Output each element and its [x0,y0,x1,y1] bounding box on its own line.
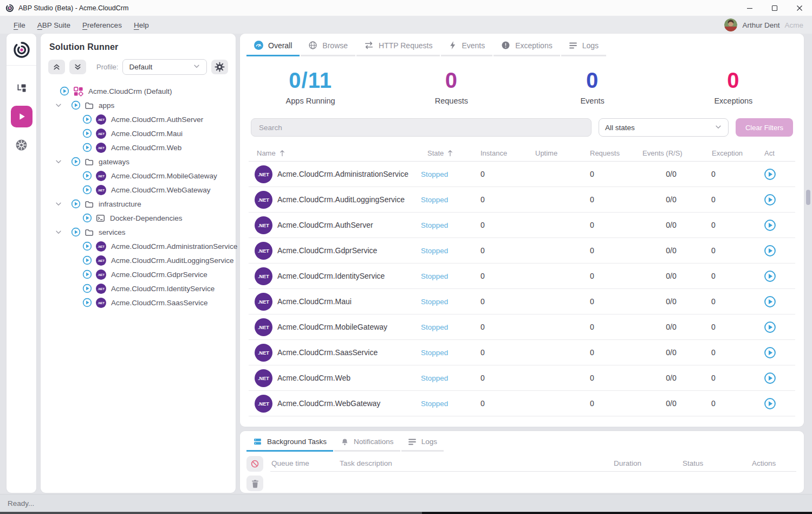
dotnet-badge-icon: .NET [249,369,272,387]
start-app-button[interactable] [764,270,776,282]
expand-all-button[interactable] [69,60,86,74]
start-app-button[interactable] [764,168,776,181]
profile-select[interactable]: Default [122,59,207,75]
tab-browse[interactable]: Browse [301,34,355,56]
cell-requests: 0 [581,272,633,280]
menu-help[interactable]: Help [128,21,155,29]
tree-item-acme-cloudcrm-authserver[interactable]: .NETAcme.CloudCrm.AuthServer [41,112,236,126]
menu-abp-suite[interactable]: ABP Suite [31,21,76,29]
col-act[interactable]: Act [762,149,795,157]
start-app-button[interactable] [764,372,776,384]
tree-item-apps[interactable]: apps [41,98,236,112]
tree-item-acme-cloudcrm-saasservice[interactable]: .NETAcme.CloudCrm.SaasService [41,295,236,310]
app-row-acme-cloudcrm-web[interactable]: .NETAcme.CloudCrm.WebStopped000/00 [249,365,795,391]
start-app-button[interactable] [764,245,776,257]
search-input[interactable] [251,118,592,137]
col-requests[interactable]: Requests [581,149,633,157]
solution-runner-icon[interactable] [11,106,33,127]
maximize-button[interactable] [762,0,787,16]
col-name[interactable]: Name [249,149,414,157]
tree-item-acme-cloudcrm-default[interactable]: Acme.CloudCrm (Default) [41,84,236,98]
scrollbar-thumb[interactable] [806,190,810,205]
tab-http-requests[interactable]: HTTP Requests [356,34,440,56]
col-events-r-s[interactable]: Events (R/S) [633,149,709,157]
tab-logs[interactable]: Logs [401,431,444,452]
tree-item-acme-cloudcrm-web[interactable]: .NETAcme.CloudCrm.Web [41,140,236,155]
start-app-button[interactable] [764,346,776,359]
app-row-acme-cloudcrm-auditloggingservice[interactable]: .NETAcme.CloudCrm.AuditLoggingServiceSto… [249,187,795,213]
tab-notifications[interactable]: Notifications [334,431,400,452]
start-app-button[interactable] [764,194,776,206]
start-app-button[interactable] [764,321,776,333]
tab-background-tasks[interactable]: Background Tasks [246,431,333,452]
app-row-acme-cloudcrm-saasservice[interactable]: .NETAcme.CloudCrm.SaasServiceStopped000/… [249,340,795,365]
col-exception[interactable]: Exception [709,149,762,157]
minimize-button[interactable] [737,0,762,16]
tab-overall[interactable]: Overall [246,34,300,56]
collapse-all-button[interactable] [48,60,65,74]
play-circle-icon[interactable] [71,157,81,166]
play-circle-icon[interactable] [82,241,92,251]
chevron-down-icon[interactable] [55,228,62,236]
start-app-button[interactable] [764,397,776,410]
tree-item-docker-dependencies[interactable]: Docker-Dependencies [41,211,236,225]
solution-explorer-icon[interactable] [11,78,33,99]
app-row-acme-cloudcrm-webgateway[interactable]: .NETAcme.CloudCrm.WebGatewayStopped000/0… [249,391,795,416]
play-circle-icon[interactable] [71,100,81,110]
tab-events[interactable]: Events [441,34,492,56]
state-filter-select[interactable]: All states [599,118,729,137]
play-circle-icon[interactable] [82,255,92,265]
play-circle-icon[interactable] [82,269,92,279]
tree-item-acme-cloudcrm-gdprservice[interactable]: .NETAcme.CloudCrm.GdprService [41,267,236,281]
svg-text:.NET: .NET [258,273,269,279]
menu-file[interactable]: File [8,21,31,29]
tree-item-acme-cloudcrm-administrationservice[interactable]: .NETAcme.CloudCrm.AdministrationService [41,239,236,253]
folder-icon [85,200,94,209]
tree-item-acme-cloudcrm-webgateway[interactable]: .NETAcme.CloudCrm.WebGateway [41,183,236,197]
clear-tasks-button[interactable] [246,476,263,491]
chevron-down-icon[interactable] [55,158,62,165]
play-circle-icon[interactable] [82,298,92,307]
chevron-down-icon[interactable] [55,200,62,208]
app-row-acme-cloudcrm-maui[interactable]: .NETAcme.CloudCrm.MauiStopped000/00 [249,289,795,314]
close-button[interactable] [787,0,812,16]
play-circle-icon[interactable] [71,227,81,237]
start-app-button[interactable] [764,295,776,308]
play-circle-icon[interactable] [82,114,92,124]
tree-item-acme-cloudcrm-auditloggingservice[interactable]: .NETAcme.CloudCrm.AuditLoggingService [41,253,236,267]
tree-item-infrastructure[interactable]: infrastructure [41,197,236,211]
cancel-tasks-button[interactable] [246,456,263,472]
play-circle-icon[interactable] [71,199,81,209]
start-app-button[interactable] [764,219,776,232]
tree-item-gateways[interactable]: gateways [41,155,236,169]
tree-item-acme-cloudcrm-mobilegateway[interactable]: .NETAcme.CloudCrm.MobileGateway [41,169,236,183]
clear-filters-button[interactable]: Clear Filters [736,118,793,137]
tree-item-acme-cloudcrm-identityservice[interactable]: .NETAcme.CloudCrm.IdentityService [41,281,236,295]
avatar[interactable] [724,18,737,31]
play-circle-icon[interactable] [82,143,92,152]
tab-logs[interactable]: Logs [561,34,606,56]
play-circle-icon[interactable] [82,213,92,223]
menu-preferences[interactable]: Preferences [76,21,128,29]
dotnet-badge-icon: .NET [249,293,272,311]
app-row-acme-cloudcrm-mobilegateway[interactable]: .NETAcme.CloudCrm.MobileGatewayStopped00… [249,314,795,340]
tab-exceptions[interactable]: Exceptions [493,34,560,56]
app-row-acme-cloudcrm-identityservice[interactable]: .NETAcme.CloudCrm.IdentityServiceStopped… [249,264,795,289]
kubernetes-icon[interactable] [11,134,33,156]
tree-item-acme-cloudcrm-maui[interactable]: .NETAcme.CloudCrm.Maui [41,126,236,140]
tree-item-services[interactable]: services [41,225,236,239]
chevron-down-icon[interactable] [55,101,62,109]
play-circle-icon[interactable] [82,171,92,181]
play-circle-icon[interactable] [60,86,69,96]
runner-settings-button[interactable] [211,60,228,74]
user-area: Arthur Dent Acme [724,18,803,31]
play-circle-icon[interactable] [82,128,92,138]
app-row-acme-cloudcrm-authserver[interactable]: .NETAcme.CloudCrm.AuthServerStopped000/0… [249,213,795,238]
col-uptime[interactable]: Uptime [527,149,581,157]
play-circle-icon[interactable] [82,284,92,293]
play-circle-icon[interactable] [82,185,92,195]
col-state[interactable]: State [414,149,473,157]
app-row-acme-cloudcrm-administrationservice[interactable]: .NETAcme.CloudCrm.AdministrationServiceS… [249,162,795,187]
col-instance[interactable]: Instance [473,149,527,157]
app-row-acme-cloudcrm-gdprservice[interactable]: .NETAcme.CloudCrm.GdprServiceStopped000/… [249,238,795,264]
